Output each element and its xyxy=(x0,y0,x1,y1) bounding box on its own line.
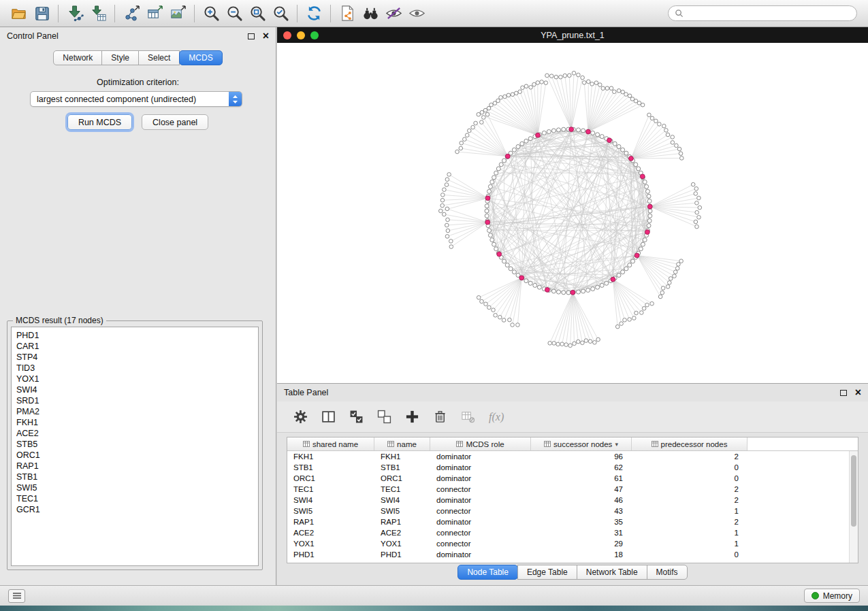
leaf-node[interactable] xyxy=(515,91,519,95)
leaf-node[interactable] xyxy=(482,116,486,120)
leaf-node[interactable] xyxy=(443,212,447,216)
dominator-node[interactable] xyxy=(545,288,550,293)
leaf-node[interactable] xyxy=(445,183,449,187)
hide-selection-button[interactable] xyxy=(382,3,405,24)
ring-node[interactable] xyxy=(562,291,566,295)
ring-node[interactable] xyxy=(596,285,600,289)
leaf-node[interactable] xyxy=(445,235,449,239)
leaf-node[interactable] xyxy=(594,81,598,85)
leaf-node[interactable] xyxy=(628,318,632,322)
leaf-node[interactable] xyxy=(673,270,677,274)
leaf-node[interactable] xyxy=(511,323,515,327)
leaf-node[interactable] xyxy=(677,147,681,151)
column-header-predecessor-nodes[interactable]: predecessor nodes xyxy=(632,437,748,450)
ring-node[interactable] xyxy=(624,267,628,271)
leaf-node[interactable] xyxy=(480,299,484,303)
leaf-node[interactable] xyxy=(694,187,698,191)
search-network-button[interactable] xyxy=(359,3,382,24)
ring-node[interactable] xyxy=(505,263,509,267)
search-box[interactable] xyxy=(668,5,857,21)
leaf-node[interactable] xyxy=(493,101,497,105)
table-row[interactable]: RAP1RAP1dominator352 xyxy=(287,516,858,527)
leaf-node[interactable] xyxy=(695,210,699,214)
export-image-button[interactable] xyxy=(166,3,189,24)
column-header-MCDS-role[interactable]: MCDS role xyxy=(430,437,531,450)
leaf-node[interactable] xyxy=(613,90,617,94)
leaf-node[interactable] xyxy=(502,318,506,323)
dominator-node[interactable] xyxy=(645,230,650,235)
ring-node[interactable] xyxy=(551,129,556,133)
network-canvas[interactable] xyxy=(277,43,868,383)
import-network-button[interactable] xyxy=(63,3,86,24)
leaf-node[interactable] xyxy=(573,342,577,346)
ring-node[interactable] xyxy=(639,247,643,251)
leaf-node[interactable] xyxy=(446,229,450,233)
panel-menu-button[interactable] xyxy=(8,589,25,603)
ring-node[interactable] xyxy=(646,189,650,193)
leaf-node[interactable] xyxy=(545,73,549,78)
leaf-node[interactable] xyxy=(477,112,481,116)
leaf-node[interactable] xyxy=(634,311,639,315)
leaf-node[interactable] xyxy=(660,291,664,295)
ring-node[interactable] xyxy=(494,247,498,251)
share-document-button[interactable] xyxy=(336,3,359,24)
leaf-node[interactable] xyxy=(598,83,602,87)
result-item[interactable]: SWI5 xyxy=(12,482,258,493)
table-settings-button[interactable] xyxy=(292,409,308,425)
ring-node[interactable] xyxy=(533,283,537,287)
show-columns-button[interactable] xyxy=(320,409,336,425)
leaf-node[interactable] xyxy=(445,178,449,182)
search-input[interactable] xyxy=(687,9,850,18)
save-session-button[interactable] xyxy=(30,3,53,24)
leaf-node[interactable] xyxy=(516,323,520,327)
leaf-node[interactable] xyxy=(650,116,654,120)
result-item[interactable]: PHD1 xyxy=(12,330,258,341)
ring-node[interactable] xyxy=(485,214,489,218)
new-table-button[interactable] xyxy=(143,3,166,24)
ring-node[interactable] xyxy=(643,180,647,184)
dominator-node[interactable] xyxy=(505,154,510,159)
dominator-node[interactable] xyxy=(611,277,615,282)
dominator-node[interactable] xyxy=(647,204,652,209)
leaf-node[interactable] xyxy=(524,84,528,88)
leaf-node[interactable] xyxy=(552,342,556,346)
leaf-node[interactable] xyxy=(615,325,620,329)
leaf-node[interactable] xyxy=(559,75,563,79)
leaf-node[interactable] xyxy=(568,344,573,348)
leaf-node[interactable] xyxy=(471,125,475,129)
new-network-button[interactable] xyxy=(120,3,143,24)
leaf-node[interactable] xyxy=(447,173,451,177)
leaf-node[interactable] xyxy=(668,281,672,285)
ring-node[interactable] xyxy=(502,259,507,263)
ring-node[interactable] xyxy=(647,199,652,203)
leaf-node[interactable] xyxy=(584,339,588,343)
table-row[interactable]: YOX1YOX1connector291 xyxy=(287,538,858,549)
float-table-panel-icon[interactable] xyxy=(840,390,847,396)
leaf-node[interactable] xyxy=(449,240,453,244)
leaf-node[interactable] xyxy=(590,82,594,86)
ring-node[interactable] xyxy=(581,129,585,133)
leaf-node[interactable] xyxy=(620,322,624,326)
leaf-node[interactable] xyxy=(642,307,646,311)
dominator-node[interactable] xyxy=(485,220,490,225)
leaf-node[interactable] xyxy=(521,86,525,90)
leaf-node[interactable] xyxy=(587,80,591,84)
leaf-node[interactable] xyxy=(540,80,544,84)
dominator-node[interactable] xyxy=(519,276,524,280)
leaf-node[interactable] xyxy=(581,76,585,80)
table-tab-edge-table[interactable]: Edge Table xyxy=(517,565,577,580)
leaf-node[interactable] xyxy=(671,135,675,139)
open-file-button[interactable] xyxy=(7,3,30,24)
leaf-node[interactable] xyxy=(485,112,489,116)
result-item[interactable]: STB5 xyxy=(12,439,258,450)
ring-node[interactable] xyxy=(637,167,641,171)
close-mcds-panel-button[interactable]: Close panel xyxy=(142,114,208,130)
leaf-node[interactable] xyxy=(666,285,670,289)
ring-node[interactable] xyxy=(488,184,492,188)
leaf-node[interactable] xyxy=(440,203,445,208)
window-zoom-button[interactable] xyxy=(310,31,319,39)
result-item[interactable]: STP4 xyxy=(12,352,258,363)
leaf-node[interactable] xyxy=(675,144,679,148)
leaf-node[interactable] xyxy=(554,75,558,79)
result-item[interactable]: PMA2 xyxy=(12,406,258,417)
